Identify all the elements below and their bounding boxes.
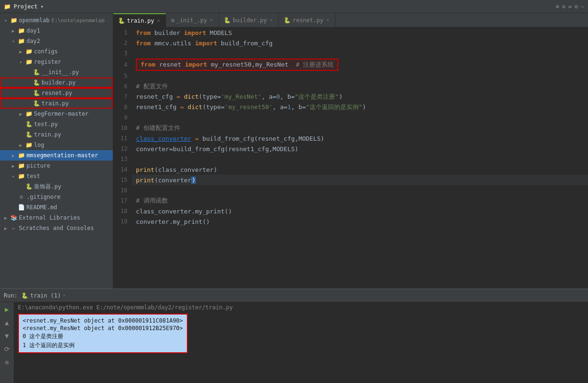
- md-file-icon: 📄: [17, 204, 25, 211]
- tab-close-button[interactable]: ×: [269, 17, 274, 23]
- code-line-10: 10 # 创建配置文件: [113, 123, 588, 133]
- tree-item-resnet-py[interactable]: 🐍 resnet.py: [0, 88, 113, 98]
- line-content: [132, 185, 588, 196]
- tree-item-ext-libs[interactable]: ▶ 📚 External Libraries: [0, 213, 113, 223]
- run-output-line-3: 0 这个是类注册: [23, 332, 183, 340]
- line-number: 18: [113, 206, 132, 216]
- code-line-8: 8 resnet1_cfg = dict(type='my_resnet50',…: [113, 102, 588, 112]
- code-line-15: 15 print(converter): [113, 175, 588, 185]
- folder-icon: 📁: [25, 142, 33, 148]
- tree-item-decorator[interactable]: 🐍 装饰器.py: [0, 181, 113, 192]
- tree-item-day2[interactable]: ▾ 📁 day2: [0, 36, 113, 46]
- tree-label: __init__.py: [42, 69, 79, 76]
- line-number: 15: [113, 175, 132, 185]
- tree-item-test-py[interactable]: 🐍 test.py: [0, 119, 113, 129]
- code-line-9: 9: [113, 112, 588, 123]
- project-label[interactable]: Project: [14, 3, 38, 10]
- run-output[interactable]: E:\anaconda\python.exe E:/note/openmmlab…: [14, 302, 588, 383]
- tab-label: builder.py: [233, 17, 267, 24]
- tree-item-picture[interactable]: ▶ 📁 picture: [0, 161, 113, 171]
- run-wrap-button[interactable]: ≡: [2, 357, 12, 367]
- tab-close-button[interactable]: ×: [156, 17, 161, 24]
- run-scroll-down-button[interactable]: ▼: [2, 331, 12, 341]
- arrow-icon: ▾: [2, 18, 9, 23]
- tab-close-button[interactable]: ×: [325, 17, 330, 23]
- tree-item-day1[interactable]: ▶ 📁 day1: [0, 26, 113, 36]
- toolbar-icon-4[interactable]: ⚙: [575, 3, 578, 10]
- tree-label: README.md: [26, 204, 57, 211]
- py-file-icon: 🐍: [25, 131, 33, 138]
- tree-item-train-py2[interactable]: 🐍 train.py: [0, 129, 113, 140]
- tree-label: day2: [26, 38, 40, 44]
- arrow-icon: ▶: [2, 226, 9, 231]
- tree-item-gitignore[interactable]: ⚙ .gitignore: [0, 192, 113, 202]
- run-tab-close[interactable]: ×: [63, 292, 66, 298]
- code-line-2: 2 from mmcv.utils import build_from_cfg: [113, 38, 588, 48]
- tree-item-scratches[interactable]: ▶ ✏ Scratches and Consoles: [0, 223, 113, 233]
- tree-item-openmmlab[interactable]: ▾ 📁 openmmlab E:\note\openmmlab: [0, 15, 113, 26]
- project-panel: ▾ 📁 openmmlab E:\note\openmmlab ▶ 📁 day1…: [0, 13, 113, 289]
- run-rerun-button[interactable]: ⟳: [2, 344, 12, 354]
- tree-label: External Libraries: [19, 214, 80, 221]
- toolbar-icon-1[interactable]: ⊕: [556, 3, 559, 10]
- code-line-12: 12 converter=build_from_cfg(resnet1_cfg,…: [113, 144, 588, 154]
- line-content: [132, 154, 588, 164]
- line-content: # 创建配置文件: [132, 123, 588, 133]
- tree-item-train-py[interactable]: 🐍 train.py: [0, 98, 113, 109]
- tree-item-configs[interactable]: ▶ 📁 configs: [0, 46, 113, 57]
- tab-close-button[interactable]: ×: [209, 17, 214, 23]
- toolbar-icon-3[interactable]: ⇌: [568, 3, 571, 10]
- toolbar-icon-2[interactable]: ≡: [562, 3, 565, 10]
- tab-label: resnet.py: [293, 17, 323, 24]
- tree-item-mmseg[interactable]: ▶ 📁 mmsegmentation-master: [0, 150, 113, 161]
- tree-label: log: [34, 142, 44, 148]
- tab-builder-py[interactable]: 🐍 builder.py ×: [219, 13, 279, 27]
- line-number: 7: [113, 92, 132, 102]
- tree-item-test[interactable]: ▾ 📁 test: [0, 171, 113, 181]
- run-scroll-up-button[interactable]: ▲: [2, 317, 12, 328]
- tree-item-builder-py[interactable]: 🐍 builder.py: [0, 77, 113, 88]
- line-content: # 调用函数: [132, 196, 588, 206]
- run-tab-label: train (1): [30, 292, 61, 299]
- py-file-icon: 🐍: [32, 100, 41, 107]
- code-editor[interactable]: 1 from builder import MODELS 2 from mmcv…: [113, 27, 588, 289]
- toolbar-icon-5[interactable]: —: [581, 3, 584, 10]
- tree-item-init-py[interactable]: 🐍 __init__.py: [0, 67, 113, 77]
- tree-item-register[interactable]: ▾ 📁 register: [0, 57, 113, 67]
- tab-label: train.py: [127, 17, 154, 24]
- line-number: 8: [113, 102, 132, 112]
- code-line-1: 1 from builder import MODELS: [113, 27, 588, 38]
- project-dropdown[interactable]: ▾: [41, 3, 44, 10]
- editor-area: 🐍 train.py × ⚙ _init_.py × 🐍 builder.py …: [113, 13, 588, 289]
- file-tree: ▾ 📁 openmmlab E:\note\openmmlab ▶ 📁 day1…: [0, 13, 113, 289]
- code-line-7: 7 resnet_cfg = dict(type='my_ResNet', a=…: [113, 92, 588, 102]
- run-tab[interactable]: 🐍 train (1) ×: [21, 292, 66, 299]
- tree-item-log[interactable]: ▶ 📁 log: [0, 140, 113, 150]
- tab-train-py[interactable]: 🐍 train.py ×: [113, 13, 166, 27]
- code-line-5: 5: [113, 71, 588, 81]
- arrow-icon: ▶: [2, 215, 9, 221]
- tree-label: .gitignore: [26, 194, 60, 200]
- run-play-button[interactable]: ▶: [2, 304, 12, 315]
- folder-icon: 📁: [25, 59, 33, 65]
- py-file-icon: 🐍: [25, 121, 33, 128]
- tab-py-icon: 🐍: [284, 17, 291, 24]
- scratches-icon: ✏: [9, 225, 18, 231]
- line-content: converter=build_from_cfg(resnet1_cfg,MOD…: [132, 144, 588, 154]
- arrow-icon: ▾: [9, 39, 17, 44]
- line-content: [132, 48, 588, 59]
- tree-label: openmmlab: [19, 17, 50, 24]
- tree-item-segformer[interactable]: ▶ 📁 SegFormer-master: [0, 109, 113, 119]
- path-label: E:\note\openmmlab: [51, 17, 105, 24]
- tab-init-py[interactable]: ⚙ _init_.py ×: [166, 13, 219, 27]
- line-number: 14: [113, 164, 132, 175]
- run-sidebar: ▶ ▲ ▼ ⟳ ≡: [0, 302, 14, 383]
- line-content: from builder import MODELS: [132, 27, 588, 38]
- tab-resnet-py[interactable]: 🐍 resnet.py ×: [279, 13, 336, 27]
- tree-item-readme[interactable]: 📄 README.md: [0, 202, 113, 213]
- arrow-icon: ▶: [9, 28, 17, 34]
- run-output-line-1: <resnet.my_ResNet object at 0x000001911C…: [23, 317, 183, 324]
- folder-icon: 📁: [17, 173, 25, 179]
- tree-label: day1: [26, 27, 40, 34]
- tree-label: mmsegmentation-master: [26, 152, 98, 159]
